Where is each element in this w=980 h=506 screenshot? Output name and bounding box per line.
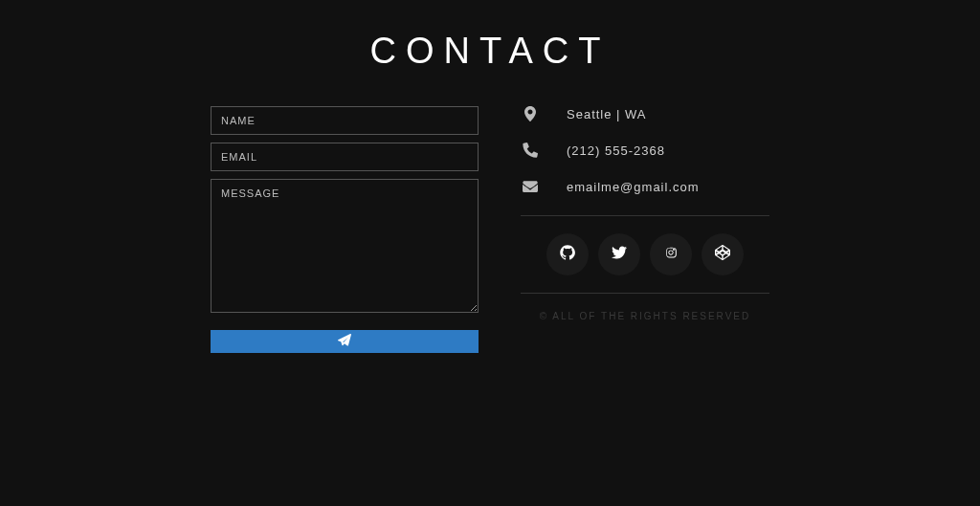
- map-pin-icon: [521, 106, 540, 121]
- message-field[interactable]: [211, 179, 479, 313]
- divider: [521, 293, 769, 294]
- contact-info: Seattle | WA (212) 555-2368 emailme@gmai…: [521, 106, 769, 353]
- location-text: Seattle | WA: [567, 107, 647, 121]
- divider: [521, 215, 769, 216]
- send-button[interactable]: [211, 330, 479, 353]
- copyright-text: © ALL OF THE RIGHTS RESERVED: [521, 311, 769, 321]
- phone-row: (212) 555-2368: [521, 143, 769, 158]
- email-field[interactable]: [211, 143, 479, 171]
- email-text: emailme@gmail.com: [567, 180, 700, 194]
- codepen-icon: [715, 245, 730, 264]
- twitter-link[interactable]: [598, 233, 640, 275]
- github-icon: [560, 245, 575, 264]
- email-row: emailme@gmail.com: [521, 179, 769, 194]
- phone-text: (212) 555-2368: [567, 143, 665, 158]
- location-row: Seattle | WA: [521, 106, 769, 121]
- contact-form: [211, 106, 479, 353]
- phone-icon: [521, 143, 540, 158]
- twitter-icon: [612, 245, 627, 264]
- instagram-link[interactable]: [650, 233, 692, 275]
- codepen-link[interactable]: [702, 233, 744, 275]
- paper-plane-icon: [338, 334, 351, 350]
- page-title: CONTACT: [0, 0, 980, 89]
- name-field[interactable]: [211, 106, 479, 135]
- envelope-icon: [521, 179, 540, 194]
- instagram-icon: [663, 245, 679, 264]
- social-links: [521, 233, 769, 275]
- github-link[interactable]: [546, 233, 589, 275]
